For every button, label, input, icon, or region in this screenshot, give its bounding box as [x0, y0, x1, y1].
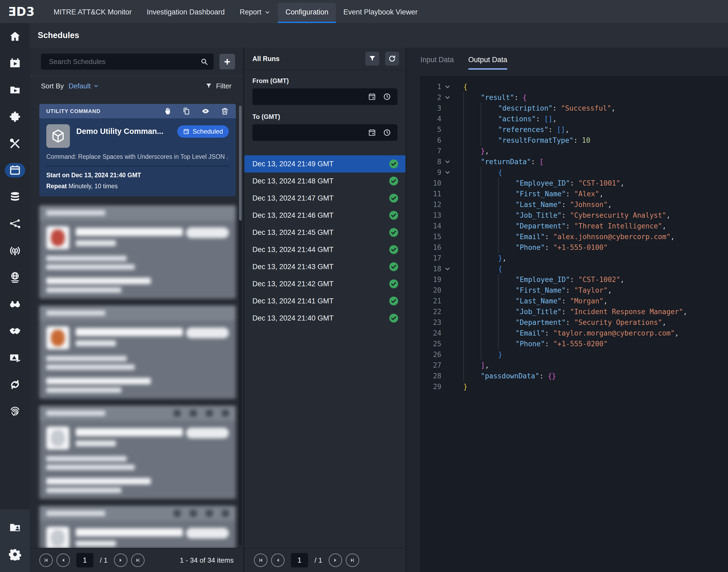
sidebar-item-home[interactable] — [0, 23, 30, 50]
eye-icon[interactable] — [201, 107, 210, 115]
filter-button[interactable]: Filter — [205, 82, 232, 90]
code-line: 16"Phone": "+1-555-0100" — [420, 242, 728, 253]
code-line: 23"Department": "Security Operations", — [420, 317, 728, 328]
last-page-button-icon — [349, 557, 356, 563]
fold-toggle-icon[interactable] — [441, 266, 454, 272]
blurred-schedule-card[interactable] — [39, 406, 236, 499]
clock-icon[interactable] — [383, 129, 391, 137]
run-item[interactable]: Dec 13, 2024 21:45 GMT — [244, 224, 405, 241]
nav-item-investigation-dashboard[interactable]: Investigation Dashboard — [139, 3, 232, 23]
schedule-card-selected[interactable]: UTILITY COMMAND Demo Utility Comman... — [39, 104, 236, 196]
calendar-icon[interactable] — [368, 129, 376, 137]
run-timestamp: Dec 13, 2024 21:49 GMT — [252, 160, 333, 168]
sidebar-bottom-icons — [0, 509, 30, 572]
nav-item-mitre-att-ck-monitor[interactable]: MITRE ATT&CK Monitor — [46, 3, 139, 23]
from-label: From (GMT) — [252, 77, 397, 85]
scrollbar-thumb[interactable] — [239, 105, 242, 221]
run-timestamp: Dec 13, 2024 21:44 GMT — [252, 245, 333, 254]
next-page-button[interactable] — [329, 554, 342, 567]
sidebar-item-integrations-puzzle[interactable] — [0, 103, 30, 130]
sidebar-item-fingerprint[interactable] — [0, 398, 30, 425]
run-item[interactable]: Dec 13, 2024 21:47 GMT — [244, 190, 405, 207]
copy-icon[interactable] — [182, 107, 190, 115]
success-check-icon — [389, 228, 399, 237]
run-item[interactable]: Dec 13, 2024 21:42 GMT — [244, 275, 405, 292]
run-item[interactable]: Dec 13, 2024 21:48 GMT — [244, 172, 405, 190]
run-item[interactable]: Dec 13, 2024 21:49 GMT — [244, 155, 405, 172]
code-line: 5"references": [], — [420, 124, 728, 135]
run-item[interactable]: Dec 13, 2024 21:40 GMT — [244, 309, 405, 327]
first-page-button[interactable] — [39, 554, 53, 567]
sidebar-item-monitor-calendar[interactable] — [0, 50, 30, 77]
to-date-input[interactable] — [252, 124, 397, 141]
line-number: 28 — [420, 372, 441, 380]
success-check-icon — [389, 313, 399, 323]
trash-icon[interactable] — [221, 107, 229, 115]
next-page-button[interactable] — [114, 554, 128, 567]
line-number: 6 — [420, 136, 441, 144]
sidebar-item-database[interactable] — [0, 184, 30, 211]
line-number: 13 — [420, 211, 441, 219]
sidebar-item-web-globe[interactable] — [0, 264, 30, 291]
handshake-icon — [9, 325, 21, 337]
blurred-schedule-card[interactable] — [39, 305, 236, 399]
calendar-icon[interactable] — [368, 93, 376, 101]
fold-toggle-icon[interactable] — [441, 94, 454, 101]
search-schedules-input[interactable] — [41, 58, 214, 66]
last-page-button[interactable] — [346, 554, 359, 567]
blurred-card-body — [39, 421, 236, 499]
sidebar-item-utilities-tools[interactable] — [0, 130, 30, 157]
fold-toggle-icon[interactable] — [441, 158, 454, 165]
code-line: 15"Email": "alex.johnson@cybercorp.com", — [420, 231, 728, 242]
sidebar-item-contacts-folder[interactable] — [0, 514, 30, 541]
sidebar-item-handshake[interactable] — [0, 317, 30, 344]
nav-item-configuration[interactable]: Configuration — [278, 3, 336, 23]
nav-item-event-playbook-viewer[interactable]: Event Playbook Viewer — [336, 3, 425, 23]
nav-item-report[interactable]: Report — [232, 3, 278, 23]
sidebar-item-broadcast-antenna[interactable] — [0, 237, 30, 264]
tab-input-data[interactable]: Input Data — [420, 56, 454, 70]
sidebar-item-connections-network[interactable] — [0, 211, 30, 237]
last-page-button[interactable] — [131, 554, 145, 567]
scrollbar-track[interactable] — [239, 105, 242, 545]
calendar-icon — [183, 128, 189, 135]
line-number: 20 — [420, 286, 441, 294]
run-timestamp: Dec 13, 2024 21:41 GMT — [252, 297, 333, 305]
sidebar-item-schedules-calendar[interactable] — [0, 157, 30, 184]
page-number-input[interactable]: 1 — [76, 553, 93, 567]
code-line: 8"returnData": [ — [420, 156, 728, 167]
run-timestamp: Dec 13, 2024 21:48 GMT — [252, 177, 333, 185]
run-item[interactable]: Dec 13, 2024 21:43 GMT — [244, 258, 405, 275]
line-number: 9 — [420, 168, 441, 176]
previous-page-button[interactable] — [57, 554, 70, 567]
run-item[interactable]: Dec 13, 2024 21:41 GMT — [244, 292, 405, 309]
clock-icon[interactable] — [383, 93, 391, 101]
settings-gear-icon — [9, 548, 21, 561]
success-check-icon — [389, 262, 399, 272]
page-number-input[interactable]: 1 — [291, 553, 308, 567]
previous-page-button[interactable] — [271, 554, 285, 567]
sidebar-item-search-binoculars[interactable] — [0, 291, 30, 317]
runs-filter-button[interactable] — [365, 52, 379, 66]
add-schedule-button[interactable]: + — [220, 54, 235, 69]
hand-icon[interactable] — [163, 107, 171, 115]
run-item[interactable]: Dec 13, 2024 21:46 GMT — [244, 207, 405, 224]
first-page-button[interactable] — [254, 554, 267, 567]
tab-output-data[interactable]: Output Data — [468, 56, 507, 70]
sidebar-item-incident-report[interactable] — [0, 344, 30, 371]
from-date-input[interactable] — [252, 88, 397, 105]
code-line: 26} — [420, 349, 728, 360]
line-number: 14 — [420, 222, 441, 230]
fold-toggle-icon[interactable] — [441, 83, 454, 90]
blurred-schedule-card[interactable] — [39, 205, 236, 299]
run-item[interactable]: Dec 13, 2024 21:44 GMT — [244, 241, 405, 258]
sort-dropdown[interactable]: Default — [69, 82, 98, 90]
blurred-schedule-card[interactable] — [39, 506, 236, 548]
runs-refresh-button[interactable] — [385, 52, 399, 66]
sidebar-item-sync-arrows[interactable] — [0, 371, 30, 398]
sidebar-item-playbook-video[interactable] — [0, 77, 30, 103]
data-tabs: Input Data Output Data — [407, 48, 728, 70]
fold-toggle-icon[interactable] — [441, 169, 454, 176]
divider — [46, 166, 229, 166]
sidebar-item-settings-gear[interactable] — [0, 541, 30, 568]
